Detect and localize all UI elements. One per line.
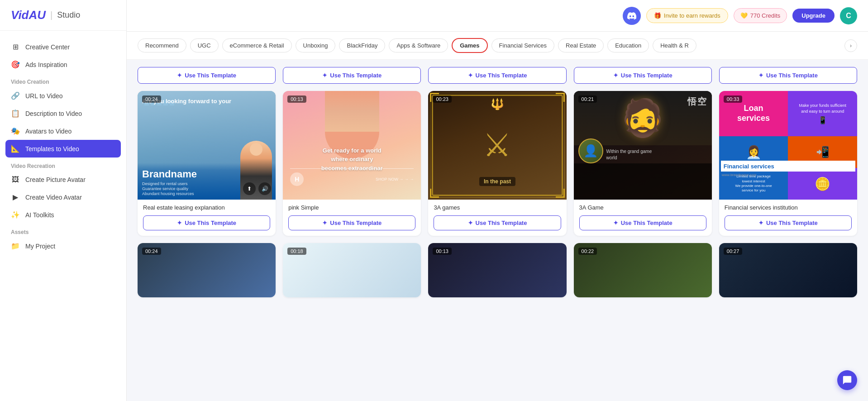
cat-tab-unboxing[interactable]: Unboxing — [296, 38, 336, 53]
logo-divider: | — [50, 10, 52, 20]
chat-bubble[interactable] — [837, 370, 857, 390]
sidebar-item-label: Avatars to Video — [25, 128, 72, 135]
upgrade-button[interactable]: Upgrade — [792, 9, 835, 23]
duration-badge-3: 00:23 — [433, 95, 452, 103]
use-template-btn-4[interactable]: ✦ Use This Template — [579, 215, 706, 230]
credits-button[interactable]: 💛 770 Credits — [734, 8, 787, 23]
clipboard-icon: 📋 — [11, 109, 20, 118]
use-btn-label-3: Use This Template — [476, 220, 527, 226]
top-use-btn-5[interactable]: ✦ Use This Template — [719, 67, 857, 84]
template-thumb-3a-games: ⚔ In the past 🔱 00:23 — [428, 91, 566, 200]
cat-tab-apps-software[interactable]: Apps & Software — [389, 38, 448, 53]
heart-icon: 💛 — [740, 12, 748, 19]
grid-icon: ⊞ — [11, 43, 20, 51]
upgrade-label: Upgrade — [801, 12, 825, 19]
category-bar: Recommend UGC eCommerce & Retail Unboxin… — [127, 32, 868, 60]
sidebar-item-label: Templates to Video — [25, 145, 79, 153]
header: 🎁 Invite to earn rewards 💛 770 Credits U… — [127, 0, 868, 32]
top-use-btn-4[interactable]: ✦ Use This Template — [574, 67, 712, 84]
cat-tab-ugc[interactable]: UGC — [190, 38, 219, 53]
bottom-card-5: 00:27 — [719, 243, 857, 297]
use-btn-label-1: Use This Template — [185, 220, 236, 226]
template-info-2: pink Simple ✦ Use This Template — [283, 200, 421, 236]
play-icon: ▶ — [11, 193, 20, 201]
sidebar-item-avatars-to-video[interactable]: 🎭 Avatars to Video — [0, 122, 126, 140]
sidebar-item-label: AI Toolkits — [25, 211, 54, 219]
use-btn-label-5: Use This Template — [766, 220, 818, 226]
app-logo: VidAU | Studio — [0, 0, 126, 31]
sidebar-nav: ⊞ Creative Center 🎯 Ads Inspiration Vide… — [0, 31, 126, 401]
sparkle-icon: ✦ — [468, 72, 473, 79]
top-row: ✦ Use This Template ✦ Use This Template … — [138, 67, 857, 84]
sidebar-item-label: Ads Inspiration — [25, 61, 67, 68]
bottom-thumb-2: 00:18 — [283, 243, 421, 297]
sidebar-item-ads-inspiration[interactable]: 🎯 Ads Inspiration — [0, 56, 126, 73]
sidebar-item-label: URL to Video — [25, 92, 63, 100]
template-thumb-financial: Loanservices Make your funds sufficienta… — [719, 91, 857, 200]
bottom-card-2: 00:18 — [283, 243, 421, 297]
bottom-card-3: 00:13 — [428, 243, 566, 297]
user-avatar[interactable]: C — [840, 7, 857, 24]
sidebar-item-label: My Project — [25, 243, 55, 250]
sparkle-icon: ✦ — [177, 220, 182, 226]
invite-button[interactable]: 🎁 Invite to earn rewards — [646, 8, 728, 23]
cat-tab-ecommerce[interactable]: eCommerce & Retail — [222, 38, 292, 53]
categories-scroll-right[interactable]: › — [844, 39, 857, 52]
sparkle-icon: ✦ — [322, 72, 327, 79]
sidebar-item-url-to-video[interactable]: 🔗 URL to Video — [0, 87, 126, 105]
sidebar-item-my-project[interactable]: 📁 My Project — [0, 237, 126, 255]
template-thumb-real-estate: Brandname Designed for rental users Guar… — [138, 91, 276, 200]
bottom-duration-4: 00:22 — [578, 248, 597, 255]
gift-icon: 🎁 — [654, 12, 661, 19]
sidebar-item-description-to-video[interactable]: 📋 Description to Video — [0, 105, 126, 122]
template-title-2: pink Simple — [288, 204, 415, 211]
bottom-card-4: 00:22 — [574, 243, 712, 297]
sidebar-item-label: Create Picture Avatar — [25, 176, 86, 183]
cat-tab-real-estate[interactable]: Real Estate — [558, 38, 604, 53]
cat-tab-games[interactable]: Games — [452, 38, 487, 53]
top-use-btn-1[interactable]: ✦ Use This Template — [138, 67, 276, 84]
section-label-video-creation: Video Creation — [0, 73, 126, 87]
use-template-btn-2[interactable]: ✦ Use This Template — [288, 215, 415, 230]
bottom-thumb-5: 00:27 — [719, 243, 857, 297]
sidebar-item-templates-to-video[interactable]: 📐 Templates to Video — [5, 140, 121, 158]
template-card-3a-games: ⚔ In the past 🔱 00:23 3A games ✦ Use Thi… — [428, 91, 566, 236]
top-use-btn-label-2: Use This Template — [330, 72, 382, 79]
cat-tab-health[interactable]: Health & R — [653, 38, 696, 53]
top-use-btn-3[interactable]: ✦ Use This Template — [428, 67, 566, 84]
template-icon: 📐 — [11, 144, 20, 153]
image-icon: 🖼 — [11, 176, 20, 184]
section-label-video-recreation: Video Recreation — [0, 158, 126, 171]
duration-badge-1: 00:24 — [142, 95, 161, 103]
sparkle-icon: ✦ — [177, 72, 182, 79]
template-info-4: 3A Game ✦ Use This Template — [574, 200, 712, 236]
cat-tab-education[interactable]: Education — [607, 38, 649, 53]
template-info-1: Real estate leasing explanation ✦ Use Th… — [138, 200, 276, 236]
cat-tab-recommend[interactable]: Recommend — [138, 38, 186, 53]
use-template-btn-5[interactable]: ✦ Use This Template — [725, 215, 852, 230]
sidebar-item-create-picture-avatar[interactable]: 🖼 Create Picture Avatar — [0, 171, 126, 188]
cat-tab-financial-services[interactable]: Financial Services — [491, 38, 555, 53]
use-template-btn-1[interactable]: ✦ Use This Template — [143, 215, 270, 230]
bottom-card-1: 00:24 — [138, 243, 276, 297]
use-template-btn-3[interactable]: ✦ Use This Template — [434, 215, 561, 230]
share-icon-btn-1[interactable]: ⬆ — [243, 182, 256, 195]
bottom-thumb-1: 00:24 — [138, 243, 276, 297]
volume-icon-btn-1[interactable]: 🔊 — [258, 182, 271, 195]
sparkle-icon: ✦ — [613, 220, 618, 226]
cat-tab-blackfriday[interactable]: BlackFriday — [339, 38, 385, 53]
sidebar-item-ai-toolkits[interactable]: ✨ AI Toolkits — [0, 206, 126, 224]
top-use-btn-2[interactable]: ✦ Use This Template — [283, 67, 421, 84]
template-title-4: 3A Game — [579, 204, 706, 211]
discord-button[interactable] — [623, 7, 641, 25]
sparkle-icon: ✦ — [322, 220, 327, 226]
top-use-btn-label-1: Use This Template — [185, 72, 236, 79]
credits-label: 770 Credits — [750, 12, 780, 19]
link-icon: 🔗 — [11, 91, 20, 100]
sidebar-item-creative-center[interactable]: ⊞ Creative Center — [0, 38, 126, 56]
logo-studio: Studio — [57, 10, 80, 20]
section-label-assets: Assets — [0, 224, 126, 237]
bottom-thumb-3: 00:13 — [428, 243, 566, 297]
use-btn-label-2: Use This Template — [330, 220, 382, 226]
sidebar-item-create-video-avatar[interactable]: ▶ Create Video Avatar — [0, 188, 126, 206]
